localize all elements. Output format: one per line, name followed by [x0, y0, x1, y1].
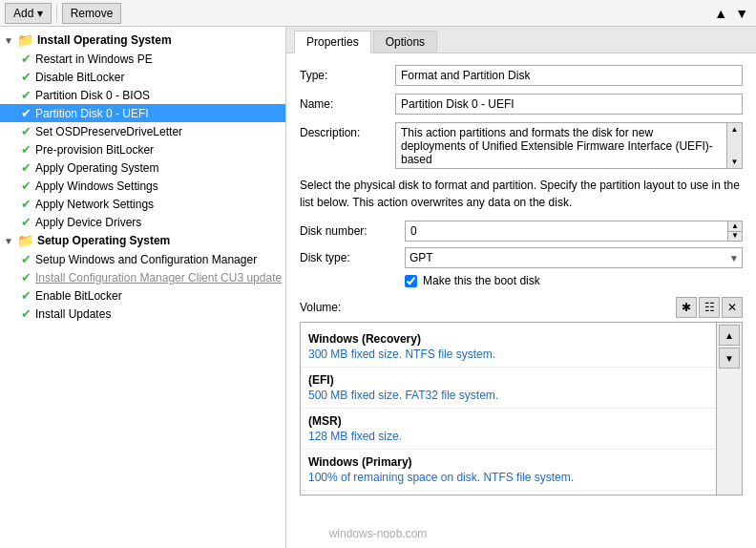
tree-item-apply-os[interactable]: ✔Apply Operating System	[0, 158, 285, 177]
volume-item[interactable]: Windows (Primary)100% of remaining space…	[301, 450, 716, 491]
desc-textarea[interactable]	[396, 123, 724, 165]
check-icon: ✔	[21, 52, 32, 66]
name-label: Name:	[300, 94, 395, 111]
check-icon: ✔	[21, 88, 32, 102]
toolbar: Add ▾ Remove ▲ ▼	[0, 0, 756, 27]
volume-item[interactable]: (EFI)500 MB fixed size. FAT32 file syste…	[301, 368, 716, 409]
tree-item-setup-windows-config[interactable]: ✔Setup Windows and Configuration Manager	[0, 250, 285, 268]
left-panel: ▼ 📁 Install Operating System ✔Restart in…	[0, 27, 286, 548]
vol-delete-button[interactable]: ✕	[722, 297, 743, 318]
disk-number-control: ▲ ▼	[405, 221, 743, 242]
expand-icon-2: ▼	[4, 236, 13, 246]
toolbar-separator	[56, 5, 57, 22]
tree-item-apply-device-drivers[interactable]: ✔Apply Device Drivers	[0, 213, 285, 231]
section-setup-label: Setup Operating System	[37, 234, 170, 247]
tree-item-partition-disk-uefi[interactable]: ✔Partition Disk 0 - UEFI	[0, 104, 285, 122]
install-items: ✔Restart in Windows PE✔Disable BitLocker…	[0, 50, 285, 231]
boot-disk-row: Make this the boot disk	[300, 274, 743, 287]
item-label: Partition Disk 0 - UEFI	[35, 107, 149, 120]
remove-button[interactable]: Remove	[62, 3, 122, 24]
item-label: Partition Disk 0 - BIOS	[35, 89, 150, 102]
tree-item-install-updates[interactable]: ✔Install Updates	[0, 305, 285, 323]
vol-side-buttons: ▲ ▼	[716, 323, 742, 495]
disk-type-row: Disk type: GPTMBR ▼	[300, 247, 743, 268]
name-value-wrap	[395, 94, 743, 115]
volume-item[interactable]: (MSR)128 MB fixed size.	[301, 409, 716, 450]
vol-grid-button[interactable]: ☷	[699, 297, 720, 318]
folder-icon: 📁	[17, 32, 33, 48]
spin-down[interactable]: ▼	[728, 232, 742, 242]
tree-item-restart-windows-pe[interactable]: ✔Restart in Windows PE	[0, 50, 285, 68]
boot-disk-checkbox[interactable]	[405, 275, 417, 287]
disk-number-row: Disk number: ▲ ▼	[300, 221, 743, 242]
spin-up[interactable]: ▲	[728, 221, 742, 232]
disk-type-select-wrap: GPTMBR ▼	[405, 247, 743, 268]
check-icon: ✔	[21, 142, 32, 157]
item-label: Install Configuration Manager Client CU3…	[35, 271, 282, 285]
item-label: Enable BitLocker	[35, 289, 122, 303]
type-label: Type:	[300, 65, 395, 82]
section-setup-header: ▼ 📁 Setup Operating System	[0, 231, 285, 250]
name-input[interactable]	[395, 94, 743, 115]
desc-scrollbar: ▲ ▼	[726, 123, 742, 168]
volume-section: Volume: ✱ ☷ ✕ Windows (Recovery)300 MB f…	[300, 297, 743, 495]
boot-disk-label: Make this the boot disk	[423, 274, 540, 287]
folder-icon-2: 📁	[17, 233, 33, 248]
disk-type-select[interactable]: GPTMBR	[405, 247, 743, 268]
move-down-icon[interactable]: ▼	[732, 5, 751, 22]
tab-properties[interactable]: Properties	[294, 31, 371, 53]
volume-item-name: Windows (Recovery)	[308, 332, 708, 346]
tree-item-set-osd[interactable]: ✔Set OSDPreserveDriveLetter	[0, 122, 285, 140]
tabs-bar: Properties Options	[286, 27, 756, 53]
item-label: Setup Windows and Configuration Manager	[35, 253, 257, 266]
vol-down-button[interactable]: ▼	[719, 348, 740, 369]
section-install-label: Install Operating System	[37, 33, 172, 47]
tree-item-install-config-client[interactable]: ✔Install Configuration Manager Client CU…	[0, 268, 285, 286]
check-icon: ✔	[21, 124, 32, 138]
tree-item-apply-network-settings[interactable]: ✔Apply Network Settings	[0, 195, 285, 213]
tree-item-enable-bitlocker[interactable]: ✔Enable BitLocker	[0, 286, 285, 305]
item-label: Apply Network Settings	[35, 198, 154, 211]
check-icon: ✔	[21, 160, 32, 175]
check-icon: ✔	[21, 252, 32, 266]
setup-items: ✔Setup Windows and Configuration Manager…	[0, 250, 285, 323]
tree-item-partition-disk-bios[interactable]: ✔Partition Disk 0 - BIOS	[0, 86, 285, 104]
disk-number-label: Disk number:	[300, 224, 405, 238]
right-panel: Properties Options Type: Name: Descri	[286, 27, 756, 548]
tab-options[interactable]: Options	[373, 31, 437, 53]
type-row: Type:	[300, 65, 743, 86]
name-row: Name:	[300, 94, 743, 115]
volume-list-wrap: Windows (Recovery)300 MB fixed size. NTF…	[300, 322, 743, 495]
vol-star-button[interactable]: ✱	[676, 297, 697, 318]
add-button[interactable]: Add ▾	[5, 3, 52, 24]
main-container: ▼ 📁 Install Operating System ✔Restart in…	[0, 27, 756, 548]
toolbar-icon-group: ▲ ▼	[711, 5, 751, 22]
info-text: Select the physical disk to format and p…	[300, 177, 743, 211]
volume-item-name: (EFI)	[308, 373, 708, 387]
properties-content: Type: Name: Description: ▲	[286, 53, 756, 548]
item-label: Install Updates	[35, 307, 111, 321]
volume-item[interactable]: Windows (Recovery)300 MB fixed size. NTF…	[301, 327, 716, 368]
vol-up-button[interactable]: ▲	[719, 325, 740, 346]
item-label: Set OSDPreserveDriveLetter	[35, 125, 182, 138]
expand-icon: ▼	[4, 35, 13, 46]
item-label: Disable BitLocker	[35, 71, 124, 84]
section-install-header: ▼ 📁 Install Operating System	[0, 31, 285, 50]
volume-item-desc: 300 MB fixed size. NTFS file system.	[308, 348, 708, 361]
item-label: Apply Device Drivers	[35, 216, 141, 229]
tree-item-disable-bitlocker[interactable]: ✔Disable BitLocker	[0, 68, 285, 86]
description-row: Description: ▲ ▼	[300, 122, 743, 169]
disk-number-input[interactable]	[406, 221, 727, 241]
check-icon: ✔	[21, 179, 32, 193]
volume-list: Windows (Recovery)300 MB fixed size. NTF…	[301, 323, 716, 495]
tree-item-pre-provision[interactable]: ✔Pre-provision BitLocker	[0, 140, 285, 158]
move-up-icon[interactable]: ▲	[711, 5, 730, 22]
desc-value-wrap: ▲ ▼	[395, 122, 743, 169]
volume-toolbar: ✱ ☷ ✕	[676, 297, 743, 318]
tree-item-apply-windows-settings[interactable]: ✔Apply Windows Settings	[0, 177, 285, 195]
volume-item-name: (MSR)	[308, 414, 708, 428]
item-label: Pre-provision BitLocker	[35, 143, 154, 157]
type-input[interactable]	[395, 65, 743, 86]
disk-type-label: Disk type:	[300, 251, 405, 264]
volume-header: Volume: ✱ ☷ ✕	[300, 297, 743, 318]
